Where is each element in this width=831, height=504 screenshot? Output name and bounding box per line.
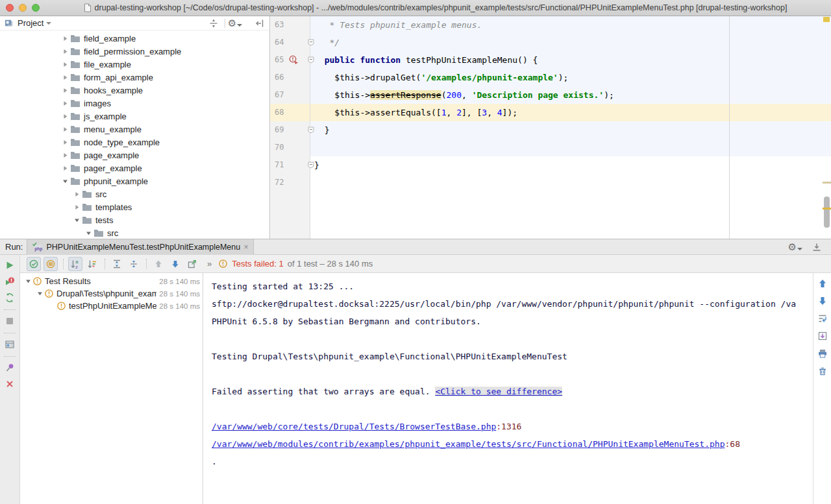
chevron-down-icon[interactable] xyxy=(85,230,92,237)
chevron-down-icon[interactable] xyxy=(25,278,32,285)
editor-line-68[interactable]: 68 $this->assertEquals([1, 2], [3, 4]); xyxy=(270,104,831,121)
failed-test-gutter-icon[interactable] xyxy=(288,54,299,66)
gear-icon[interactable]: ⚙ xyxy=(229,18,241,29)
gear-icon[interactable]: ⚙ xyxy=(788,242,802,252)
chevron-right-icon[interactable] xyxy=(62,87,69,94)
split-divider-icon[interactable] xyxy=(208,18,219,29)
chevron-down-icon[interactable] xyxy=(46,22,51,25)
chevron-right-icon[interactable] xyxy=(62,74,69,81)
editor-line-69[interactable]: 69 } xyxy=(270,121,831,139)
down-stacktrace-icon[interactable] xyxy=(817,296,828,306)
tree-item-pager_example[interactable]: pager_example xyxy=(0,162,269,174)
next-failed-icon[interactable] xyxy=(170,259,180,269)
tree-item-templates[interactable]: templates xyxy=(0,200,269,213)
chevron-right-icon[interactable] xyxy=(62,113,69,120)
collapse-all-icon[interactable] xyxy=(129,259,139,269)
up-stacktrace-icon[interactable] xyxy=(817,278,828,289)
gutter-line-number[interactable]: 66 xyxy=(270,69,310,86)
stop-icon[interactable] xyxy=(5,316,15,326)
editor-line-65[interactable]: 65 public function testPhpUnitExampleMen… xyxy=(270,51,831,69)
sort-by-duration-icon[interactable] xyxy=(87,259,97,269)
tree-item-hooks_example[interactable]: hooks_example xyxy=(0,84,269,97)
code-editor[interactable]: 63 * Tests phpunit_example menus.64 */65… xyxy=(270,16,831,239)
minimize-window-icon[interactable] xyxy=(19,4,27,12)
run-configuration-tab[interactable]: php PHPUnitExampleMenuTest.testPhpUnitEx… xyxy=(27,239,253,255)
more-actions-chevrons[interactable]: » xyxy=(207,259,212,269)
see-difference-link[interactable]: <Click to see difference> xyxy=(435,387,562,396)
close-tab-icon[interactable]: × xyxy=(243,243,249,251)
show-passed-icon[interactable] xyxy=(29,259,39,269)
show-ignored-icon[interactable] xyxy=(45,259,56,269)
hide-left-icon[interactable] xyxy=(254,18,266,29)
chevron-down-icon[interactable] xyxy=(73,217,81,224)
project-panel-title[interactable]: Project xyxy=(18,18,43,28)
chevron-right-icon[interactable] xyxy=(73,204,81,211)
test-tree-row[interactable]: Drupal\Tests\phpunit_example\Functional\… xyxy=(20,287,203,300)
chevron-down-icon[interactable] xyxy=(36,290,43,297)
chevron-right-icon[interactable] xyxy=(62,35,69,42)
restore-layout-icon[interactable] xyxy=(5,339,15,350)
print-icon[interactable] xyxy=(817,348,828,359)
scroll-to-end-icon[interactable] xyxy=(817,331,828,341)
chevron-right-icon[interactable] xyxy=(62,61,69,68)
tree-item-src[interactable]: src xyxy=(0,226,269,239)
close-icon[interactable] xyxy=(5,379,15,389)
zoom-window-icon[interactable] xyxy=(32,4,40,12)
error-stripe-mark[interactable] xyxy=(823,208,831,210)
chevron-down-icon[interactable] xyxy=(62,178,69,185)
chevron-right-icon[interactable] xyxy=(62,152,69,159)
sort-alphabetically-icon[interactable]: az xyxy=(70,259,81,269)
expand-all-icon[interactable] xyxy=(112,259,122,269)
tree-item-node_type_example[interactable]: node_type_example xyxy=(0,136,269,149)
fold-marker-icon[interactable] xyxy=(308,126,314,134)
chevron-right-icon[interactable] xyxy=(62,100,69,107)
gutter-line-number[interactable]: 68 xyxy=(270,104,310,121)
console-file-link[interactable]: /var/www/web/core/tests/Drupal/Tests/Bro… xyxy=(212,422,496,431)
tree-item-images[interactable]: images xyxy=(0,97,269,110)
test-tree-row[interactable]: testPhpUnitExampleMenu28 s 140 ms xyxy=(20,300,203,312)
rerun-icon[interactable] xyxy=(5,260,15,270)
chevron-right-icon[interactable] xyxy=(62,48,69,55)
gutter-line-number[interactable]: 65 xyxy=(270,51,310,69)
soft-wrap-icon[interactable] xyxy=(817,313,828,324)
error-stripe-indicator[interactable] xyxy=(823,17,830,22)
pin-icon[interactable] xyxy=(5,363,15,373)
gutter-line-number[interactable]: 64 xyxy=(270,34,310,51)
editor-line-71[interactable]: 71} xyxy=(270,156,831,174)
editor-line-70[interactable]: 70 xyxy=(270,139,831,156)
gutter-line-number[interactable]: 70 xyxy=(270,139,310,156)
gutter-line-number[interactable]: 63 xyxy=(270,16,310,34)
tree-item-page_example[interactable]: page_example xyxy=(0,149,269,162)
chevron-right-icon[interactable] xyxy=(62,139,69,146)
tree-item-field_permission_example[interactable]: field_permission_example xyxy=(0,45,269,58)
editor-line-64[interactable]: 64 */ xyxy=(270,34,831,51)
tree-item-form_api_example[interactable]: form_api_example xyxy=(0,71,269,84)
export-test-results-icon[interactable] xyxy=(187,259,197,269)
hide-down-icon[interactable] xyxy=(812,242,822,252)
console-file-link[interactable]: /var/www/web/modules/contrib/examples/ph… xyxy=(212,439,725,449)
fold-marker-icon[interactable] xyxy=(308,56,314,64)
fold-marker-icon[interactable] xyxy=(308,162,314,169)
editor-scrollbar[interactable] xyxy=(824,197,830,228)
rerun-failed-icon[interactable] xyxy=(5,276,16,287)
tree-item-phpunit_example[interactable]: phpunit_example xyxy=(0,174,269,187)
tree-item-menu_example[interactable]: menu_example xyxy=(0,123,269,136)
clear-console-icon[interactable] xyxy=(817,366,828,376)
gutter-line-number[interactable]: 69 xyxy=(270,121,310,139)
chevron-right-icon[interactable] xyxy=(62,165,69,172)
chevron-right-icon[interactable] xyxy=(62,126,69,133)
toggle-auto-test-icon[interactable] xyxy=(5,293,15,303)
editor-line-67[interactable]: 67 $this->assertResponse(200, 'Descripti… xyxy=(270,86,831,104)
tree-item-file_example[interactable]: file_example xyxy=(0,58,269,71)
test-tree-row[interactable]: Test Results28 s 140 ms xyxy=(20,275,203,287)
error-stripe-mark[interactable] xyxy=(823,182,831,184)
gutter-line-number[interactable]: 72 xyxy=(270,174,310,191)
chevron-right-icon[interactable] xyxy=(73,191,81,198)
close-window-icon[interactable] xyxy=(6,4,14,12)
tree-item-field_example[interactable]: field_example xyxy=(0,32,269,45)
gutter-line-number[interactable]: 71 xyxy=(270,156,310,174)
tree-item-tests[interactable]: tests xyxy=(0,213,269,226)
tree-item-js_example[interactable]: js_example xyxy=(0,110,269,123)
previous-failed-icon[interactable] xyxy=(153,259,164,269)
editor-line-72[interactable]: 72 xyxy=(270,174,831,191)
